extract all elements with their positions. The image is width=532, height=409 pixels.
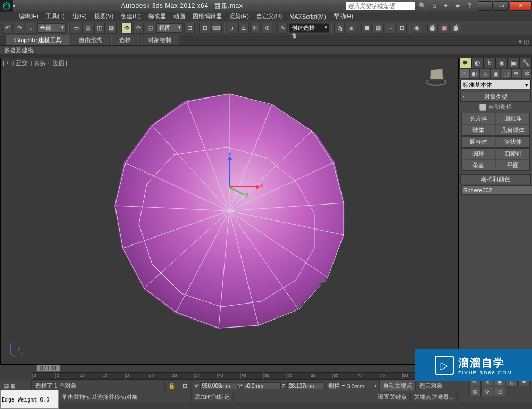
shapes-subtab[interactable]: ◐ [470,68,480,79]
material-editor-button[interactable]: ◉ [412,23,422,34]
named-sel-set-dropdown[interactable]: 创建选择集 [289,23,329,33]
help-search-input[interactable] [346,2,415,10]
angle-snap-button[interactable]: ∠ [238,23,249,34]
select-object-button[interactable]: ▭ [71,23,81,34]
rect-select-region-button[interactable]: ◫ [94,23,105,34]
viewcube[interactable] [423,63,450,90]
modify-tab[interactable]: ◐ [471,58,484,68]
spacewarps-subtab[interactable]: ≋ [511,68,522,79]
category-dropdown[interactable]: 标准基本体▾ [460,80,531,89]
object-type-rollout[interactable]: 对象类型 [460,92,531,102]
infocenter-subscription-icon[interactable]: ⌂ [430,2,438,10]
menu-group[interactable]: 组(G) [69,12,90,20]
menu-grapheditors[interactable]: 图形编辑器 [189,12,226,20]
select-move-button[interactable]: ✥ [121,23,132,34]
ref-coord-dropdown[interactable]: 视图 [156,23,183,33]
layer-manager-button[interactable]: ≣ [361,23,372,34]
systems-subtab[interactable]: ✲ [521,68,532,79]
ribbon-collapse-icon[interactable]: ▾ ◫ [519,38,532,45]
link-button[interactable]: ⟐ [26,23,36,34]
nav-walk-button[interactable]: ⊚ [469,387,481,396]
prim-plane-button[interactable]: 平面 [496,160,530,171]
ribbon-tab-graphite[interactable]: Graphite 建模工具 [6,35,70,45]
key-mode-icon[interactable]: ⊸ [368,380,380,391]
viewport-label[interactable]: [ + ][ 正交 ][ 真实 + 边面 ] [3,59,68,67]
transform-typein-mode[interactable]: ⊞ [179,380,191,391]
ribbon-tab-objectpaint[interactable]: 对象绘制 [140,35,179,45]
infocenter-search-icon[interactable]: 🔍 [418,2,427,10]
prim-pyramid-button[interactable]: 四棱锥 [496,148,530,159]
menu-animation[interactable]: 动画 [170,12,189,20]
close-button[interactable]: ✕ [510,1,532,11]
menu-modifiers[interactable]: 修改器 [145,12,170,20]
viewport[interactable]: [ + ][ 正交 ][ 真实 + 边面 ] z x y x y z [0,58,459,364]
render-setup-button[interactable]: 🍵 [427,23,438,34]
prim-cone-button[interactable]: 圆锥体 [496,113,530,124]
time-slider[interactable]: 0 / 100 [36,365,60,372]
edit-named-sel-button[interactable]: ✎ [277,23,288,34]
menu-tools[interactable]: 工具(T) [42,12,69,20]
window-crossing-button[interactable]: ▦ [106,23,117,34]
prim-torus-button[interactable]: 圆环 [461,148,495,159]
coord-z-input[interactable] [287,382,325,389]
redo-button[interactable]: ↷ [14,23,24,34]
menu-create[interactable]: 创建(C) [117,12,144,20]
menu-views[interactable]: 视图(V) [90,12,118,20]
prim-sphere-button[interactable]: 球体 [461,125,495,136]
prim-cylinder-button[interactable]: 圆柱体 [461,136,495,148]
mirror-button[interactable]: ⧎ [334,23,345,34]
selection-filter-dropdown[interactable]: 全部 [37,23,66,33]
selection-lock-icon[interactable]: 🔒 [165,380,179,391]
menu-rendering[interactable]: 渲染(R) [226,12,253,20]
lights-subtab[interactable]: ☼ [480,68,491,79]
qat-dropdown-icon[interactable]: ▾ [13,3,18,9]
prim-geosphere-button[interactable]: 几何球体 [496,125,530,136]
use-pivot-center-button[interactable]: ⊡ [184,23,195,34]
infocenter-help-icon[interactable]: ? [465,2,473,10]
name-color-rollout[interactable]: 名称和颜色 [460,174,531,184]
geometry-subtab[interactable]: ○ [459,68,470,79]
utilities-tab[interactable]: 🔧 [520,58,532,68]
object-name-input[interactable] [461,185,532,195]
cameras-subtab[interactable]: ▣ [491,68,501,79]
ribbon-tab-selection[interactable]: 选择 [111,35,139,45]
helpers-subtab[interactable]: ◫ [501,68,511,79]
menu-help[interactable]: 帮助(H) [330,12,357,20]
select-rotate-button[interactable]: ⟳ [133,23,144,34]
select-scale-button[interactable]: ◱ [145,23,155,34]
app-logo[interactable] [0,0,13,12]
menu-edit[interactable]: 编辑(E) [15,12,42,20]
time-ruler[interactable]: 05 1015 2025 3035 4045 5055 6065 7075 80 [32,372,426,380]
maximize-button[interactable]: ▭ [494,1,509,11]
ribbon-panel-label[interactable]: 多边形建模 [0,46,532,54]
add-time-tag[interactable]: 添加时间标记 [192,393,234,401]
key-selset-dropdown[interactable]: 选定对象 [416,380,446,391]
autokey-button[interactable]: 自动关键点 [380,380,416,391]
motion-tab[interactable]: ◉ [495,58,508,68]
menu-customize[interactable]: 自定义(U) [253,12,286,20]
coord-y-input[interactable] [244,382,281,389]
schematic-view-button[interactable]: ⊞ [396,23,407,34]
graphite-toggle-button[interactable]: ▦ [373,23,384,34]
sphere-object[interactable] [107,88,352,333]
spinner-snap-button[interactable]: ⊚ [262,23,272,34]
curve-editor-button[interactable]: 〰 [385,23,395,34]
ribbon-tab-freeform[interactable]: 自由形式 [71,35,110,45]
prim-tube-button[interactable]: 管状体 [496,136,530,148]
percent-snap-button[interactable]: % [250,23,261,34]
coord-x-input[interactable] [200,382,237,389]
prim-box-button[interactable]: 长方体 [461,113,495,124]
undo-button[interactable]: ↶ [2,23,13,34]
render-production-button[interactable]: 🍵 [451,23,461,34]
menu-maxscript[interactable]: MAXScript(M) [286,13,329,20]
snap-toggle-button[interactable]: 3 [227,23,237,34]
keyfilter-button[interactable]: 关键点过滤器... [411,393,458,401]
align-button[interactable]: ≡ [346,23,356,34]
nav-maximize-button[interactable]: ⊡ [494,387,505,396]
rendered-frame-button[interactable]: ▣ [439,23,450,34]
keyboard-shortcut-button[interactable]: ⌨ [211,23,222,34]
prim-teapot-button[interactable]: 茶壶 [461,160,495,171]
hierarchy-tab[interactable]: ♄ [484,58,496,68]
select-manipulate-button[interactable]: ⊞ [200,23,210,34]
select-by-name-button[interactable]: ▤ [82,23,93,34]
